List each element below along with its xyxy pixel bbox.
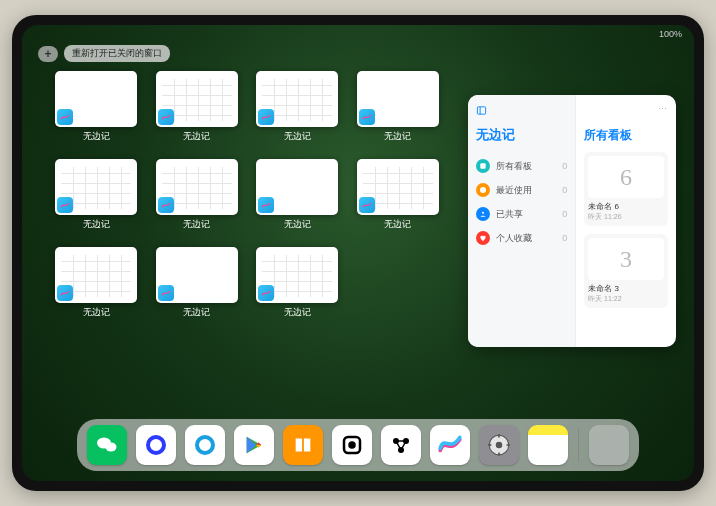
stage-thumbnail[interactable]: 无边记	[52, 71, 141, 143]
freeform-app-icon	[57, 109, 73, 125]
thumbnail-window[interactable]	[156, 247, 238, 303]
category-label: 已共享	[496, 208, 523, 221]
board-name: 未命名 3	[588, 283, 664, 294]
board-preview: 3	[588, 238, 664, 280]
ipad-frame: 100% + 重新打开已关闭的窗口 无边记 无边记 无边记	[12, 15, 704, 491]
reopen-window-button[interactable]: 重新打开已关闭的窗口	[64, 45, 170, 62]
dock-app-wechat[interactable]	[87, 425, 127, 465]
thumbnail-label: 无边记	[284, 130, 311, 143]
stage-thumbnail[interactable]: 无边记	[153, 159, 242, 231]
dock-app-quark[interactable]	[136, 425, 176, 465]
board-preview: 6	[588, 156, 664, 198]
svg-point-6	[106, 443, 117, 452]
stage-thumbnail[interactable]: 无边记	[52, 247, 141, 319]
svg-point-10	[350, 443, 355, 448]
category-icon	[476, 231, 490, 245]
thumbnail-label: 无边记	[83, 130, 110, 143]
category-icon	[476, 159, 490, 173]
category-label: 所有看板	[496, 160, 532, 173]
stage-thumbnail[interactable]: 无边记	[253, 159, 342, 231]
thumbnail-window[interactable]	[156, 159, 238, 215]
stage-thumbnail[interactable]: 无边记	[153, 71, 242, 143]
status-bar: 100%	[22, 29, 694, 43]
panel-header	[476, 105, 567, 116]
dock-app-notes[interactable]	[528, 425, 568, 465]
stage-thumbnail[interactable]: 无边记	[253, 71, 342, 143]
stage-thumbnail[interactable]: 无边记	[52, 159, 141, 231]
board-date: 昨天 11:26	[588, 212, 664, 222]
thumbnail-label: 无边记	[284, 306, 311, 319]
dock-app-qqbrowser[interactable]	[185, 425, 225, 465]
svg-point-4	[482, 212, 484, 214]
stage-thumbnail[interactable]: 无边记	[153, 247, 242, 319]
thumbnail-window[interactable]	[55, 159, 137, 215]
panel-sidebar: 无边记 所有看板 0 最近使用 0 已共享 0 个人收藏 0	[468, 95, 576, 347]
category-item[interactable]: 已共享 0	[476, 202, 567, 226]
dock-divider	[578, 428, 579, 462]
category-count: 0	[562, 161, 567, 171]
board-name: 未命名 6	[588, 201, 664, 212]
freeform-app-icon	[158, 285, 174, 301]
thumbnail-window[interactable]	[156, 71, 238, 127]
stage-manager-grid: 无边记 无边记 无边记 无边记 无边记	[52, 71, 442, 319]
dock-app-dice[interactable]	[332, 425, 372, 465]
add-button[interactable]: +	[38, 46, 58, 62]
screen: 100% + 重新打开已关闭的窗口 无边记 无边记 无边记	[22, 25, 694, 481]
thumbnail-window[interactable]	[357, 159, 439, 215]
dock-app-play[interactable]	[234, 425, 274, 465]
dock-app-freeform[interactable]	[430, 425, 470, 465]
stage-thumbnail[interactable]: 无边记	[354, 159, 443, 231]
freeform-app-icon	[359, 109, 375, 125]
freeform-app-icon	[258, 197, 274, 213]
thumbnail-label: 无边记	[183, 130, 210, 143]
thumbnail-label: 无边记	[183, 218, 210, 231]
freeform-app-icon	[158, 109, 174, 125]
freeform-app-icon	[158, 197, 174, 213]
battery-status: 100%	[659, 29, 682, 43]
thumbnail-label: 无边记	[183, 306, 210, 319]
board-item[interactable]: 3 未命名 3 昨天 11:22	[584, 234, 668, 308]
thumbnail-window[interactable]	[256, 247, 338, 303]
category-count: 0	[562, 209, 567, 219]
svg-point-15	[496, 442, 503, 449]
thumbnail-window[interactable]	[55, 71, 137, 127]
category-icon	[476, 207, 490, 221]
panel-content: 所有看板 6 未命名 6 昨天 11:26 3 未命名 3 昨天 11:22	[576, 95, 676, 347]
dock-app-books[interactable]	[283, 425, 323, 465]
thumbnail-label: 无边记	[83, 306, 110, 319]
thumbnail-window[interactable]	[256, 71, 338, 127]
svg-point-8	[197, 437, 213, 453]
dock	[77, 419, 639, 471]
dock-app-atoms[interactable]	[381, 425, 421, 465]
top-controls: + 重新打开已关闭的窗口	[38, 45, 170, 62]
category-item[interactable]: 最近使用 0	[476, 178, 567, 202]
thumbnail-window[interactable]	[55, 247, 137, 303]
thumbnail-window[interactable]	[357, 71, 439, 127]
board-item[interactable]: 6 未命名 6 昨天 11:26	[584, 152, 668, 226]
category-count: 0	[562, 185, 567, 195]
thumbnail-label: 无边记	[384, 130, 411, 143]
thumbnail-window[interactable]	[256, 159, 338, 215]
stage-thumbnail[interactable]: 无边记	[354, 71, 443, 143]
svg-point-7	[148, 437, 164, 453]
category-item[interactable]: 个人收藏 0	[476, 226, 567, 250]
svg-rect-2	[480, 163, 485, 168]
stage-thumbnail[interactable]: 无边记	[253, 247, 342, 319]
dock-app-settings[interactable]	[479, 425, 519, 465]
freeform-app-icon	[57, 285, 73, 301]
freeform-panel[interactable]: … 无边记 所有看板 0 最近使用 0 已共享 0 个人收藏 0 所有看板 6 …	[468, 95, 676, 347]
freeform-app-icon	[258, 285, 274, 301]
svg-rect-0	[477, 107, 485, 114]
thumbnail-label: 无边记	[384, 218, 411, 231]
freeform-app-icon	[359, 197, 375, 213]
panel-more-icon[interactable]: …	[658, 101, 668, 111]
thumbnail-label: 无边记	[83, 218, 110, 231]
sidebar-toggle-icon[interactable]	[476, 105, 487, 116]
panel-right-title: 所有看板	[584, 127, 668, 144]
freeform-app-icon	[258, 109, 274, 125]
freeform-app-icon	[57, 197, 73, 213]
category-list: 所有看板 0 最近使用 0 已共享 0 个人收藏 0	[476, 154, 567, 250]
dock-recent-apps[interactable]	[589, 425, 629, 465]
board-date: 昨天 11:22	[588, 294, 664, 304]
category-item[interactable]: 所有看板 0	[476, 154, 567, 178]
